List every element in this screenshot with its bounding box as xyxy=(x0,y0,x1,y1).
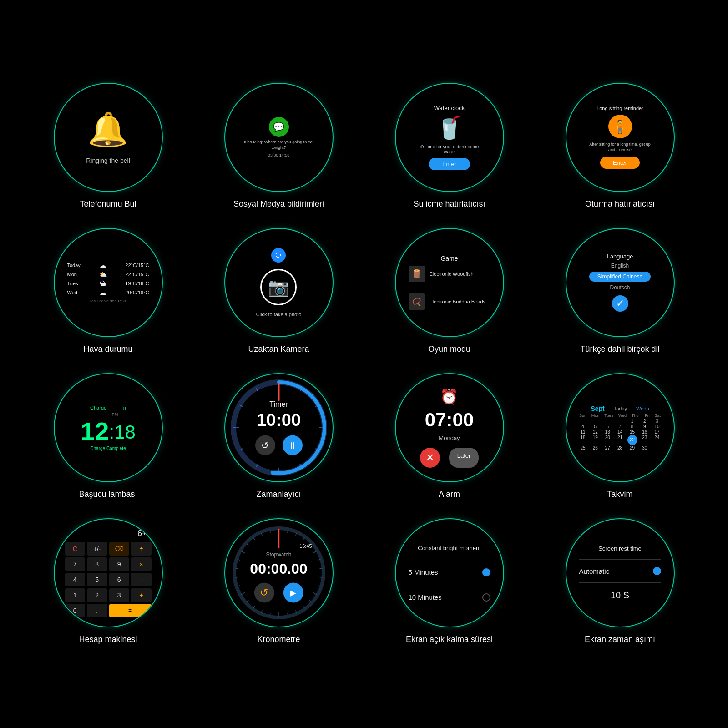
timer-display: 10:00 xyxy=(257,410,301,430)
alarm-dismiss-btn[interactable]: ✕ xyxy=(420,448,440,468)
calc-key-4[interactable]: 4 xyxy=(65,573,86,586)
calc-key-dot[interactable]: . xyxy=(87,604,107,617)
cal-row-4: 25 26 27 28 29 30 xyxy=(577,445,663,450)
cal-row-1: 4 5 6 7 8 9 10 xyxy=(577,424,663,429)
kamera-label: Uzaktan Kamera xyxy=(248,344,309,355)
svg-line-26 xyxy=(313,592,317,595)
bright-opt-10min[interactable]: 10 Minutes xyxy=(409,593,490,602)
calc-key-div[interactable]: ÷ xyxy=(131,542,152,556)
charge-status: Charge Complete xyxy=(90,446,126,451)
calc-key-2[interactable]: 2 xyxy=(87,588,107,602)
social-message: Xiao Ming: Where are you going to eat to… xyxy=(243,140,315,150)
bright-title: Constant bright moment xyxy=(409,545,490,551)
calc-key-0[interactable]: 0 xyxy=(65,604,86,617)
takvim-label: Takvim xyxy=(607,489,632,500)
svg-line-23 xyxy=(319,568,322,569)
calc-key-add[interactable]: + xyxy=(131,588,152,602)
svg-line-39 xyxy=(235,568,238,569)
social-time: 03/30 14:58 xyxy=(268,153,290,157)
weather-row-2: Tues 🌥 19°C/16°C xyxy=(67,280,149,287)
calc-key-1[interactable]: 1 xyxy=(65,588,86,602)
stopwatch-clock-time: 16:45 xyxy=(299,543,312,549)
oyun-label: Oyun modu xyxy=(428,344,470,355)
stopwatch-reset-btn[interactable]: ↺ xyxy=(254,583,274,603)
water-text: it's time for you to drink some water xyxy=(415,144,484,154)
lang-deutsch[interactable]: Deutsch xyxy=(610,284,630,291)
cell-hava: Today ☁ 22°C/15°C Mon ⛅ 22°C/15°C Tues 🌥… xyxy=(27,228,189,355)
su-label: Su içme hatırlatıcısı xyxy=(413,198,485,210)
ekran-zaman-label: Ekran zaman aşımı xyxy=(585,634,655,645)
cell-kamera: ⏱ 📷 Click to take a photo Uzaktan Kamera xyxy=(198,228,359,355)
calc-key-8[interactable]: 8 xyxy=(87,557,107,571)
cell-hesap: 6+8 C +/- ⌫ ÷ 7 8 9 × 4 5 6 − 1 2 3 xyxy=(27,518,189,645)
ekran-acik-label: Ekran açık kalma süresi xyxy=(406,634,493,645)
watch-hava: Today ☁ 22°C/15°C Mon ⛅ 22°C/15°C Tues 🌥… xyxy=(54,228,163,337)
bright-5min-radio[interactable] xyxy=(482,568,490,576)
beads-icon: 📿 xyxy=(409,293,425,310)
cell-dil: Language English Simplified Chinese Deut… xyxy=(539,228,701,355)
svg-line-21 xyxy=(313,551,317,553)
calc-display: 6+8 xyxy=(137,529,152,538)
watch-su: Water clock 🥤 it's time for you to drink… xyxy=(395,83,504,192)
water-enter-btn[interactable]: Enter xyxy=(429,158,470,170)
cell-oturma: Long sitting reminder 🧍 After sitting fo… xyxy=(539,83,701,210)
calc-key-7[interactable]: 7 xyxy=(65,557,86,571)
telefonumu-bul-label: Telefonumu Bul xyxy=(80,198,136,210)
calc-key-sub[interactable]: − xyxy=(131,573,152,586)
lang-chinese[interactable]: Simplified Chinese xyxy=(589,272,651,282)
minute-display: :18 xyxy=(109,421,135,443)
sitting-text: After sitting for a long time, get up an… xyxy=(586,142,654,152)
rest-auto-radio[interactable] xyxy=(653,567,661,575)
timer-title: Timer xyxy=(269,400,288,409)
woodfish-icon: 🪵 xyxy=(409,266,425,282)
cal-header: SunMonTuesWedThurFriSat xyxy=(577,413,663,418)
language-confirm-btn[interactable]: ✓ xyxy=(612,295,628,312)
cell-takvim: Sept Today Wedn SunMonTuesWedThurFriSat … xyxy=(539,373,701,500)
rest-automatic-label: Automatic xyxy=(579,567,610,575)
bright-opt-5min[interactable]: 5 Minutes xyxy=(409,568,490,576)
day-label: Fri xyxy=(120,405,126,410)
bell-icon: 🔔 xyxy=(87,110,128,149)
timer-reset-btn[interactable]: ↺ xyxy=(255,435,275,455)
water-title: Water clock xyxy=(434,105,465,111)
alarm-later-btn[interactable]: Later xyxy=(449,448,479,468)
cell-zamanlayici: Timer 10:00 ↺ ⏸ Zamanlayıcı xyxy=(198,373,359,500)
rest-opt-auto[interactable]: Automatic xyxy=(579,567,661,575)
game-title: Game xyxy=(440,255,458,262)
cell-ekran-zaman: Screen rest time Automatic 10 S Ekran za… xyxy=(539,518,701,645)
wechat-icon: 💬 xyxy=(269,117,289,137)
main-grid: 🔔 Ringing the bell Telefonumu Bul 💬 Xiao… xyxy=(0,65,728,664)
calc-key-9[interactable]: 9 xyxy=(109,557,130,571)
calc-key-c[interactable]: C xyxy=(65,542,86,556)
alarm-clock-icon: ⏰ xyxy=(440,388,458,405)
calc-key-mul[interactable]: × xyxy=(131,557,152,571)
cell-kronometre: 16:45 Stopwatch 00:00.00 ↺ ▶ Kronometre xyxy=(198,518,359,645)
calc-key-3[interactable]: 3 xyxy=(109,588,130,602)
watch-oyun: Game 🪵 Electronic Woodfish 📿 Electronic … xyxy=(395,228,504,337)
timer-pause-btn[interactable]: ⏸ xyxy=(283,435,303,455)
camera-icon[interactable]: 📷 xyxy=(260,269,297,305)
water-icon: 🥤 xyxy=(436,115,463,141)
stopwatch-play-btn[interactable]: ▶ xyxy=(283,583,303,603)
calc-key-eq[interactable]: = xyxy=(109,604,152,617)
calc-key-del[interactable]: ⌫ xyxy=(109,542,130,556)
hava-label: Hava durumu xyxy=(83,344,132,355)
bright-10min-radio[interactable] xyxy=(482,593,490,602)
calc-key-plusminus[interactable]: +/- xyxy=(87,542,107,556)
kronometre-label: Kronometre xyxy=(257,634,300,645)
cal-row-2: 11 12 13 14 15 16 17 xyxy=(577,430,663,435)
rest-title: Screen rest time xyxy=(579,545,661,552)
calc-key-5[interactable]: 5 xyxy=(87,573,107,586)
calc-key-6[interactable]: 6 xyxy=(109,573,130,586)
game-item-0: 🪵 Electronic Woodfish xyxy=(409,266,490,282)
sitting-enter-btn[interactable]: Enter xyxy=(600,157,640,169)
calc-keypad: C +/- ⌫ ÷ 7 8 9 × 4 5 6 − 1 2 3 + 0 xyxy=(65,542,152,617)
camera-text: Click to take a photo xyxy=(256,312,302,317)
cal-month: Sept xyxy=(591,405,604,412)
weather-row-3: Wed ☁ 20°C/18°C xyxy=(67,289,149,296)
cal-wedn-label: Wedn xyxy=(636,406,649,411)
lang-english[interactable]: English xyxy=(611,263,629,269)
stopwatch-display: 00:00.00 xyxy=(250,561,307,577)
alarm-time: 07:00 xyxy=(425,409,474,431)
language-title: Language xyxy=(607,253,633,260)
